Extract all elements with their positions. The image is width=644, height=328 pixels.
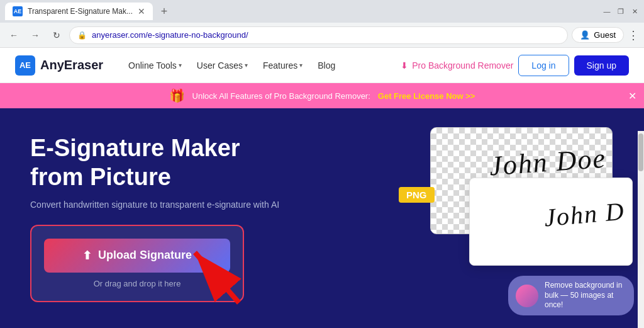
lock-icon: 🔒 [77, 31, 87, 40]
back-button[interactable]: ← [5, 26, 23, 44]
logo-icon: AE [15, 55, 35, 76]
forward-button[interactable]: → [26, 26, 44, 44]
window-controls: — ❐ ✕ [602, 7, 639, 16]
chevron-down-icon: ▾ [245, 62, 248, 69]
browser-toolbar: ← → ↻ 🔒 anyeraser.com/e-signature-no-bac… [0, 23, 644, 48]
hero-section: E-Signature Maker from Picture Convert h… [0, 108, 644, 328]
nav-links: Online Tools ▾ User Cases ▾ Features ▾ B… [123, 58, 380, 73]
download-icon: ⬇ [401, 60, 408, 71]
tab-favicon: AE [13, 6, 23, 16]
bulk-text: Remove background in bulk — 50 images at… [545, 281, 625, 310]
chevron-down-icon: ▾ [179, 62, 182, 69]
logo[interactable]: AE AnyEraser [15, 55, 103, 76]
bulk-badge[interactable]: Remove background in bulk — 50 images at… [508, 276, 634, 315]
banner-text: Unlock All Features of Pro Background Re… [192, 91, 370, 101]
banner-cta-link[interactable]: Get Free License Now >> [378, 91, 475, 101]
browser-chrome: AE Transparent E-Signature Mak... ✕ + — … [0, 0, 644, 48]
minimize-button[interactable]: — [602, 7, 611, 16]
signup-button[interactable]: Sign up [574, 55, 629, 76]
red-arrow-indicator [176, 246, 252, 309]
chevron-down-icon: ▾ [299, 62, 303, 69]
bulk-icon [516, 285, 538, 307]
banner-close-button[interactable]: ✕ [628, 90, 636, 102]
browser-menu-button[interactable]: ⋮ [628, 28, 639, 42]
tab-title: Transparent E-Signature Mak... [28, 7, 133, 16]
hero-title: E-Signature Maker from Picture [30, 134, 355, 191]
site-nav: AE AnyEraser Online Tools ▾ User Cases ▾… [0, 48, 644, 83]
guest-label: Guest [594, 30, 616, 40]
hero-right: John Doe PNG John D Remove background in… [380, 108, 644, 328]
refresh-button[interactable]: ↻ [48, 26, 65, 44]
pro-background-remover-link[interactable]: ⬇ Pro Background Remover [401, 60, 513, 71]
svg-line-1 [195, 252, 239, 303]
guest-button[interactable]: 👤 Guest [572, 27, 624, 43]
address-text: anyeraser.com/e-signature-no-background/ [92, 30, 560, 40]
login-button[interactable]: Log in [518, 55, 569, 76]
tab-close-icon[interactable]: ✕ [138, 6, 145, 16]
png-badge: PNG [399, 187, 435, 203]
maximize-button[interactable]: ❐ [616, 7, 625, 16]
close-button[interactable]: ✕ [630, 7, 639, 16]
nav-online-tools[interactable]: Online Tools ▾ [123, 58, 187, 73]
scrollbar-thumb[interactable] [638, 133, 643, 171]
nav-features[interactable]: Features ▾ [258, 58, 308, 73]
logo-text: AnyEraser [40, 58, 103, 72]
new-tab-button[interactable]: + [155, 3, 173, 20]
nav-user-cases[interactable]: User Cases ▾ [192, 58, 253, 73]
promo-banner: 🎁 Unlock All Features of Pro Background … [0, 83, 644, 108]
scrollbar[interactable] [638, 131, 644, 328]
nav-blog[interactable]: Blog [313, 58, 340, 73]
upload-icon: ⬆ [82, 249, 92, 263]
address-bar[interactable]: 🔒 anyeraser.com/e-signature-no-backgroun… [69, 26, 568, 44]
nav-actions: ⬇ Pro Background Remover Log in Sign up [401, 55, 629, 76]
hero-subtitle: Convert handwritten signature to transpa… [30, 200, 355, 210]
gift-icon: 🎁 [169, 88, 185, 103]
guest-icon: 👤 [580, 30, 590, 40]
browser-title-bar: AE Transparent E-Signature Mak... ✕ + — … [0, 0, 644, 23]
browser-tab[interactable]: AE Transparent E-Signature Mak... ✕ [5, 3, 153, 20]
